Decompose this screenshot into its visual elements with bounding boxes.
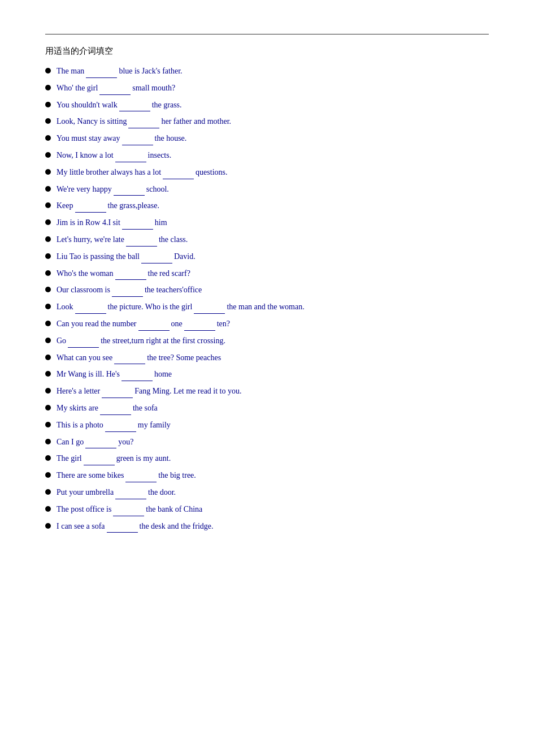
bullet-icon [45,388,51,394]
fill-blank[interactable] [68,339,99,348]
fill-blank[interactable] [99,86,131,95]
fill-blank[interactable] [141,254,172,263]
exercise-text: We're very happyschool. [57,183,169,196]
list-item: Who's the womanthe red scarf? [45,267,489,280]
fill-blank[interactable] [114,355,145,364]
bullet-icon [45,236,51,242]
bullet-icon [45,355,51,360]
list-item: The girlgreen is my aunt. [45,452,489,465]
list-item: My skirts arethe sofa [45,401,489,415]
list-item: Now, I know a lotinsects. [45,149,489,162]
bullet-icon [45,169,51,175]
fill-blank[interactable] [184,322,215,331]
list-item: Here's a letterFang Ming. Let me read it… [45,385,489,398]
exercise-text: Mr Wang is ill. He'shome [57,368,172,381]
list-item: Mr Wang is ill. He'shome [45,368,489,381]
list-item: We're very happyschool. [45,183,489,196]
fill-blank[interactable] [85,439,116,448]
fill-blank[interactable] [100,406,131,415]
section-title: 用适当的介词填空 [45,46,489,57]
fill-blank[interactable] [122,221,153,230]
fill-blank[interactable] [107,524,138,533]
exercise-text: Look, Nancy is sittingher father and mot… [57,115,231,128]
exercise-list: The manblue is Jack's father.Who' the gi… [45,64,489,533]
fill-blank[interactable] [194,305,225,314]
bullet-icon [45,304,51,309]
exercise-text: Now, I know a lotinsects. [57,149,171,162]
exercise-text: Our classroom isthe teachers'office [57,283,202,297]
exercise-text: Let's hurry, we're latethe class. [57,233,188,247]
bullet-icon [45,68,51,74]
exercise-text: Can you read the numberoneten? [57,317,230,331]
fill-blank[interactable] [126,237,157,247]
bullet-icon [45,135,51,141]
fill-blank[interactable] [128,119,159,128]
list-item: Let's hurry, we're latethe class. [45,233,489,247]
exercise-text: Gothe street,turn right at the first cro… [57,334,225,348]
list-item: My little brother always has a lotquesti… [45,166,489,179]
bullet-icon [45,422,51,427]
fill-blank[interactable] [115,153,146,162]
fill-blank[interactable] [115,490,146,499]
bullet-icon [45,85,51,90]
fill-blank[interactable] [114,187,145,196]
list-item: Look, Nancy is sittingher father and mot… [45,115,489,128]
exercise-text: Jim is in Row 4.I sithim [57,216,167,230]
list-item: Lookthe picture. Who is the girlthe man … [45,300,489,314]
fill-blank[interactable] [125,473,157,482]
fill-blank[interactable] [163,170,194,179]
bullet-icon [45,489,51,495]
list-item: Can I goyou? [45,435,489,449]
list-item: You must stay awaythe house. [45,132,489,145]
list-item: Liu Tao is passing the ballDavid. [45,250,489,263]
exercise-text: The post office isthe bank of China [57,503,202,516]
fill-blank[interactable] [138,322,170,331]
exercise-text: I can see a sofathe desk and the fridge. [57,520,214,533]
list-item: Jim is in Row 4.I sithim [45,216,489,230]
exercise-text: Lookthe picture. Who is the girlthe man … [57,300,305,314]
exercise-text: What can you seethe tree? Some peaches [57,351,221,365]
bullet-icon [45,219,51,225]
bullet-icon [45,152,51,158]
fill-blank[interactable] [86,69,117,78]
bullet-icon [45,506,51,512]
fill-blank[interactable] [119,102,150,111]
exercise-text: Put your umbrellathe door. [57,486,176,499]
list-item: Our classroom isthe teachers'office [45,283,489,297]
fill-blank[interactable] [121,372,153,381]
bullet-icon [45,270,51,276]
fill-blank[interactable] [75,305,106,314]
fill-blank[interactable] [75,204,106,213]
exercise-text: Keepthe grass,please. [57,199,159,213]
exercise-text: My little brother always has a lotquesti… [57,166,227,179]
list-item: The manblue is Jack's father. [45,64,489,78]
bullet-icon [45,472,51,478]
exercise-text: Liu Tao is passing the ballDavid. [57,250,196,263]
fill-blank[interactable] [84,456,115,465]
fill-blank[interactable] [102,389,133,398]
list-item: Can you read the numberoneten? [45,317,489,331]
bullet-icon [45,455,51,461]
bullet-icon [45,439,51,444]
exercise-text: There are some bikesthe big tree. [57,469,196,482]
fill-blank[interactable] [105,423,136,432]
fill-blank[interactable] [115,271,146,280]
top-divider [45,34,489,34]
fill-blank[interactable] [122,136,153,145]
bullet-icon [45,523,51,529]
fill-blank[interactable] [112,288,143,297]
exercise-text: You shouldn't walkthe grass. [57,98,182,112]
exercise-text: Here's a letterFang Ming. Let me read it… [57,385,242,398]
list-item: There are some bikesthe big tree. [45,469,489,482]
list-item: Who' the girlsmall mouth? [45,81,489,95]
fill-blank[interactable] [113,507,144,516]
list-item: Keepthe grass,please. [45,199,489,213]
bullet-icon [45,371,51,377]
exercise-text: The girlgreen is my aunt. [57,452,171,465]
exercise-text: Who's the womanthe red scarf? [57,267,190,280]
list-item: You shouldn't walkthe grass. [45,98,489,112]
bullet-icon [45,186,51,192]
bullet-icon [45,118,51,124]
bullet-icon [45,338,51,343]
bullet-icon [45,253,51,259]
